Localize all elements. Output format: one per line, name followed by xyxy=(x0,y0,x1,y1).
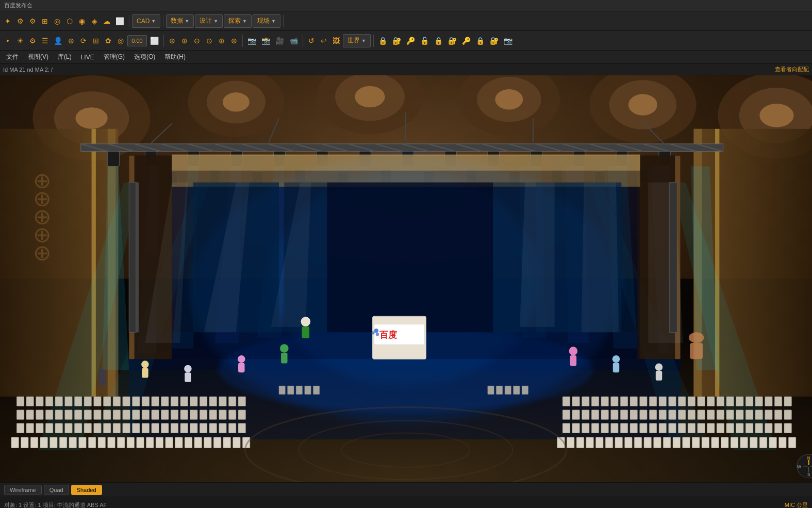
svg-rect-306 xyxy=(769,437,777,448)
svg-point-7 xyxy=(223,92,250,111)
design-dropdown[interactable]: 设计 ▼ xyxy=(195,14,223,28)
tool-star[interactable]: ✦ xyxy=(2,14,13,28)
svg-rect-272 xyxy=(678,423,686,433)
menu-file[interactable]: 文件 xyxy=(2,52,23,62)
svg-rect-269 xyxy=(649,423,657,433)
svg-rect-202 xyxy=(156,437,163,448)
svg-rect-244 xyxy=(640,410,648,420)
explore-dropdown[interactable]: 探索 ▼ xyxy=(224,14,252,28)
svg-rect-115 xyxy=(16,397,24,406)
tool-lock5[interactable]: 🔒 xyxy=(432,34,445,47)
tool-lock[interactable]: 🔒 xyxy=(376,34,389,47)
3d-viewport[interactable]: ⊕⊕⊕⊕⊕ xyxy=(0,75,812,482)
svg-rect-344 xyxy=(302,326,310,338)
tool-lock6[interactable]: 🔐 xyxy=(446,34,459,47)
menu-options[interactable]: 选项(O) xyxy=(130,52,159,62)
tool-list[interactable]: ☰ xyxy=(39,34,51,47)
breadcrumb-path: nd MA 2: / xyxy=(27,67,53,73)
tool-circle[interactable]: ◎ xyxy=(52,14,63,28)
tool-grid[interactable]: ⊞ xyxy=(39,14,51,28)
svg-rect-145 xyxy=(74,410,82,420)
tool-hex[interactable]: ⬡ xyxy=(64,14,75,28)
tool-lock3[interactable]: 🔑 xyxy=(404,34,417,47)
tool-cam4[interactable]: 📹 xyxy=(287,34,300,47)
world-dropdown[interactable]: 世界 ▼ xyxy=(343,34,371,47)
tool-refresh[interactable]: ↺ xyxy=(306,34,317,47)
tab-quad[interactable]: Quad xyxy=(44,485,69,495)
tool-zoom-ext[interactable]: ⊕ xyxy=(228,34,240,47)
tool-lock4[interactable]: 🔓 xyxy=(418,34,431,47)
num-input[interactable] xyxy=(127,35,147,46)
svg-rect-149 xyxy=(113,410,121,420)
tool-image[interactable]: 🖼 xyxy=(330,34,342,47)
svg-rect-278 xyxy=(736,423,744,433)
tool-undo[interactable]: ↩ xyxy=(318,34,329,47)
tool-sq1[interactable]: ⬜ xyxy=(113,14,126,28)
svg-rect-253 xyxy=(726,410,734,420)
svg-rect-180 xyxy=(180,423,188,433)
svg-point-329 xyxy=(569,347,578,355)
tool-zoom-fit[interactable]: ⊕ xyxy=(167,34,178,47)
tool-target[interactable]: ◎ xyxy=(115,34,126,47)
data-dropdown[interactable]: 数据 ▼ xyxy=(166,14,194,28)
tool-zoom-select[interactable]: ⊕ xyxy=(216,34,227,47)
svg-point-343 xyxy=(301,317,311,326)
tool-cam5[interactable]: 📷 xyxy=(502,34,515,47)
menu-help[interactable]: 帮助(H) xyxy=(160,52,190,62)
svg-rect-265 xyxy=(611,423,619,433)
menu-manage[interactable]: 管理(G) xyxy=(100,52,129,62)
svg-rect-201 xyxy=(146,437,154,448)
svg-rect-182 xyxy=(200,423,207,433)
menu-lib[interactable]: 库(L) xyxy=(54,52,76,62)
svg-rect-256 xyxy=(755,410,763,420)
menu-live[interactable]: LIVE xyxy=(77,53,98,62)
svg-rect-175 xyxy=(132,423,140,433)
svg-point-333 xyxy=(655,364,663,371)
tool-gear1[interactable]: ⚙ xyxy=(14,14,26,28)
cad-dropdown[interactable]: CAD ▼ xyxy=(132,14,160,28)
svg-rect-229 xyxy=(726,397,734,406)
tool-ball[interactable]: ◉ xyxy=(76,14,88,28)
tool-gear2[interactable]: ⚙ xyxy=(27,14,38,28)
tool-zoom-in[interactable]: ⊕ xyxy=(179,34,190,47)
tool-lock2[interactable]: 🔐 xyxy=(390,34,403,47)
tab-shaded[interactable]: Shaded xyxy=(71,485,102,495)
tool-rotate[interactable]: ⟳ xyxy=(78,34,89,47)
tool-flower[interactable]: ✿ xyxy=(103,34,114,47)
svg-rect-194 xyxy=(79,437,87,448)
tool-lock9[interactable]: 🔐 xyxy=(488,34,501,47)
menu-bar: 文件 视图(V) 库(L) LIVE 管理(G) 选项(O) 帮助(H) xyxy=(0,51,812,64)
live-dropdown[interactable]: 现场 ▼ xyxy=(253,14,280,28)
tool-zoom-real[interactable]: ⊙ xyxy=(204,34,215,47)
svg-rect-177 xyxy=(152,423,159,433)
tool-lock7[interactable]: 🔑 xyxy=(460,34,473,47)
tool-scale[interactable]: ⊞ xyxy=(90,34,102,47)
tool-point[interactable]: • xyxy=(2,34,13,47)
tool-lock8[interactable]: 🔒 xyxy=(474,34,487,47)
tool-sun[interactable]: ☀ xyxy=(14,34,26,47)
tool-zoom-out[interactable]: ⊖ xyxy=(191,34,203,47)
tool-diamond[interactable]: ◈ xyxy=(89,14,100,28)
svg-rect-330 xyxy=(570,355,576,366)
tab-wireframe[interactable]: Wireframe xyxy=(4,485,42,495)
tool-cog[interactable]: ⚙ xyxy=(27,34,38,47)
svg-rect-198 xyxy=(117,437,125,448)
tool-move[interactable]: ⊕ xyxy=(65,34,77,47)
tool-cam1[interactable]: 📷 xyxy=(245,34,258,47)
tool-frame[interactable]: ⬜ xyxy=(148,34,161,47)
svg-rect-205 xyxy=(185,437,192,448)
sep4 xyxy=(163,35,164,47)
svg-rect-231 xyxy=(745,397,753,406)
tool-cam2[interactable]: 📸 xyxy=(259,34,272,47)
tool-cam3[interactable]: 🎥 xyxy=(273,34,286,47)
tool-cloud[interactable]: ☁ xyxy=(101,14,112,28)
svg-point-342 xyxy=(376,333,379,336)
svg-point-319 xyxy=(280,344,289,353)
svg-rect-168 xyxy=(65,423,73,433)
menu-view[interactable]: 视图(V) xyxy=(24,52,53,62)
tool-people[interactable]: 👤 xyxy=(52,34,64,47)
svg-rect-313 xyxy=(313,386,319,395)
svg-rect-138 xyxy=(238,397,246,406)
svg-rect-359 xyxy=(670,183,677,333)
svg-rect-191 xyxy=(50,437,58,448)
